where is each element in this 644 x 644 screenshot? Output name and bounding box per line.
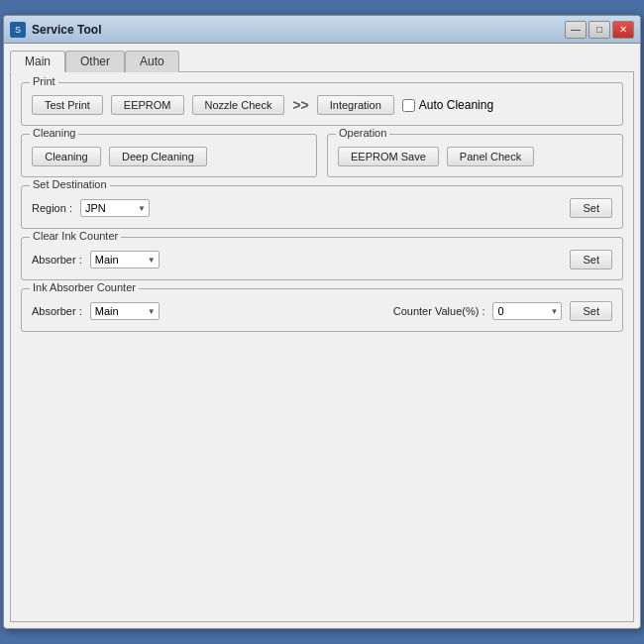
cleaning-group: Cleaning Cleaning Deep Cleaning (21, 134, 317, 177)
clear-ink-counter-group: Clear Ink Counter Absorber : Main Sub Se… (21, 237, 623, 280)
set-destination-button[interactable]: Set (570, 198, 612, 218)
tab-bar: Main Other Auto (10, 50, 634, 71)
ink-absorber-counter-label: Ink Absorber Counter (30, 281, 139, 293)
absorber-label-1: Absorber : (32, 254, 82, 266)
clear-ink-set-button[interactable]: Set (570, 250, 612, 269)
clear-ink-counter-row: Absorber : Main Sub Set (32, 250, 612, 269)
counter-value-select[interactable]: 0 10 20 50 100 (492, 302, 562, 320)
operation-group-content: EEPROM Save Panel Check (338, 147, 612, 166)
auto-cleaning-checkbox[interactable] (402, 99, 415, 112)
test-print-button[interactable]: Test Print (32, 95, 103, 115)
title-bar-buttons: — □ ✕ (565, 21, 634, 39)
counter-select-wrapper: 0 10 20 50 100 (492, 302, 562, 320)
deep-cleaning-button[interactable]: Deep Cleaning (109, 147, 207, 166)
ink-absorber-counter-group: Ink Absorber Counter Absorber : Main Sub… (21, 288, 623, 332)
print-group-label: Print (30, 75, 58, 87)
minimize-button[interactable]: — (565, 21, 587, 39)
operation-group: Operation EEPROM Save Panel Check (327, 134, 623, 177)
ink-absorber-counter-row: Absorber : Main Sub Counter Value(%) : 0 (32, 301, 612, 321)
print-group: Print Test Print EEPROM Nozzle Check >> … (21, 82, 623, 126)
cleaning-operation-row: Cleaning Cleaning Deep Cleaning Operatio… (21, 134, 623, 177)
window-icon: S (10, 22, 26, 38)
set-destination-group: Set Destination Region : JPN USA EUR Set (21, 185, 623, 229)
eeprom-save-button[interactable]: EEPROM Save (338, 147, 439, 166)
tab-panel-main: Print Test Print EEPROM Nozzle Check >> … (10, 71, 634, 622)
nozzle-check-button[interactable]: Nozzle Check (192, 95, 285, 115)
restore-button[interactable]: □ (589, 21, 610, 39)
tab-other[interactable]: Other (65, 51, 125, 72)
region-label: Region : (32, 202, 72, 214)
absorber-select-2[interactable]: Main Sub (90, 302, 160, 320)
tab-main[interactable]: Main (10, 51, 65, 72)
tab-auto[interactable]: Auto (125, 51, 179, 72)
title-bar: S Service Tool — □ ✕ (4, 16, 640, 44)
auto-cleaning-checkbox-group: Auto Cleaning (402, 98, 493, 112)
counter-value-label: Counter Value(%) : (393, 305, 485, 317)
auto-cleaning-label: Auto Cleaning (419, 98, 493, 112)
cleaning-group-label: Cleaning (30, 127, 78, 139)
ink-absorber-set-button[interactable]: Set (570, 301, 612, 321)
integration-button[interactable]: Integration (317, 95, 394, 115)
region-select[interactable]: JPN USA EUR (80, 199, 150, 217)
cleaning-button[interactable]: Cleaning (32, 147, 101, 166)
operation-group-label: Operation (336, 127, 389, 139)
panel-check-button[interactable]: Panel Check (447, 147, 534, 166)
clear-ink-counter-label: Clear Ink Counter (30, 230, 121, 242)
absorber-select-1[interactable]: Main Sub (90, 251, 160, 268)
absorber-label-2: Absorber : (32, 305, 82, 317)
set-destination-label: Set Destination (30, 178, 110, 190)
arrow-icon: >> (292, 97, 308, 113)
print-group-content: Test Print EEPROM Nozzle Check >> Integr… (32, 95, 612, 115)
close-button[interactable]: ✕ (612, 21, 634, 39)
region-select-wrapper: JPN USA EUR (80, 199, 150, 217)
content-area: Main Other Auto Print Test Print EEPROM … (4, 44, 640, 628)
main-panel-inner: Print Test Print EEPROM Nozzle Check >> … (21, 82, 623, 611)
window-title: Service Tool (32, 23, 565, 37)
main-window: S Service Tool — □ ✕ Main Other Auto Pri… (3, 15, 641, 629)
cleaning-group-content: Cleaning Deep Cleaning (32, 147, 306, 166)
set-destination-row: Region : JPN USA EUR Set (32, 198, 612, 218)
absorber-select-wrapper-1: Main Sub (90, 251, 160, 268)
eeprom-button[interactable]: EEPROM (111, 95, 184, 115)
absorber-select-wrapper-2: Main Sub (90, 302, 160, 320)
